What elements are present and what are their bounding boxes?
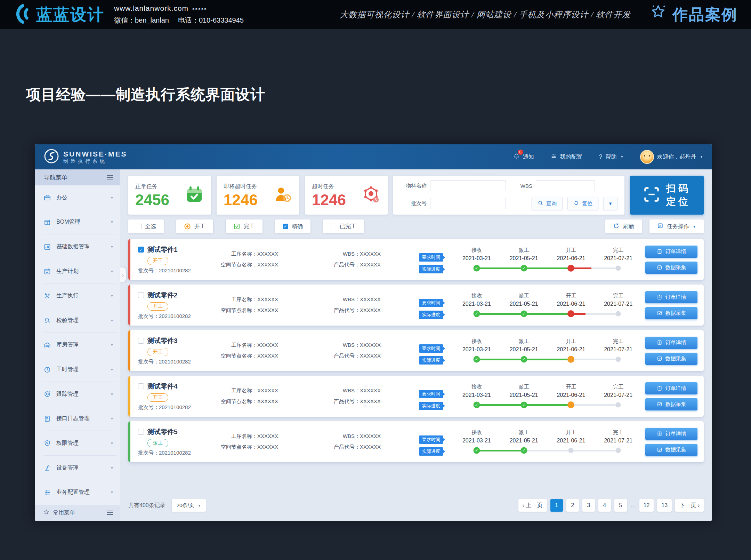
wbs-input[interactable]	[536, 180, 595, 191]
data-collect-button[interactable]: 数据采集	[645, 444, 697, 456]
filter-chip[interactable]: 开工	[176, 219, 213, 233]
sidebar-item[interactable]: 设备管理 ▼	[35, 456, 120, 480]
task-operations-button[interactable]: 任务操作 ▼	[649, 219, 704, 233]
task-card: ✓ 测试零件1 开工 批次号：20210100282 工序名称：XXXXXX空间…	[128, 239, 704, 280]
sidebar-item[interactable]: 检验管理 ▼	[35, 308, 120, 333]
page-button[interactable]: 5	[614, 499, 627, 512]
help-button[interactable]: ? 帮助▼	[599, 153, 623, 161]
stage-label: 开工	[548, 429, 595, 436]
page-title: 项目经验——制造执行系统界面设计	[26, 85, 265, 104]
filter-chip[interactable]: 已完工	[323, 219, 364, 233]
page-size-select[interactable]: 20条/页 ▼	[172, 499, 206, 512]
sidebar-item[interactable]: 权限管理 ▼	[35, 431, 120, 456]
check-dot: ✓	[520, 310, 527, 317]
sidebar-item[interactable]: 办公 ▼	[35, 185, 120, 210]
stage-label: 接收	[453, 247, 500, 254]
page-button[interactable]: 3	[582, 499, 595, 512]
sidebar-item[interactable]: 接口日志管理 ▼	[35, 406, 120, 431]
sidebar-item[interactable]: BOM管理 ▼	[35, 210, 120, 235]
query-button[interactable]: 查询	[532, 197, 563, 210]
sidebar-item[interactable]: 业务配置管理 ▼	[35, 480, 120, 505]
sidebar-item[interactable]: 基础数据管理 ▼	[35, 234, 120, 259]
reset-button[interactable]: 复位	[567, 197, 598, 210]
task-status-badge: 派工	[147, 439, 168, 447]
order-detail-button[interactable]: 订单详情	[645, 337, 697, 349]
task-checkbox[interactable]: ✓	[138, 247, 144, 253]
sidebar-item[interactable]: 工时管理 ▼	[35, 357, 120, 382]
page-button[interactable]: 4	[598, 499, 611, 512]
progress-track: ✓✓	[453, 355, 642, 363]
progress-segment	[477, 313, 524, 315]
filter-chip-label: 全选	[145, 223, 156, 230]
my-config-button[interactable]: 我的配置	[551, 153, 582, 161]
material-input[interactable]	[430, 180, 506, 191]
task-batch-number: 批次号：20210100282	[138, 404, 209, 411]
data-collect-button[interactable]: 数据采集	[645, 398, 697, 410]
task-title: 测试零件1	[147, 245, 178, 254]
stage-label: 接收	[453, 384, 500, 390]
orange-dot	[567, 356, 574, 363]
next-page-button[interactable]: 下一页 ›	[675, 499, 704, 512]
data-collect-button[interactable]: 数据采集	[645, 307, 697, 319]
sidebar-collapse-tab[interactable]: ›	[120, 267, 126, 282]
prev-page-button[interactable]: ‹ 上一页	[518, 499, 547, 512]
notifications-button[interactable]: 6 通知	[513, 153, 534, 161]
scan-locate-button[interactable]: 扫码定位	[630, 176, 704, 215]
menu-collapse-icon[interactable]	[107, 177, 113, 178]
task-ops-icon	[657, 223, 663, 230]
data-collect-button[interactable]: 数据采集	[645, 353, 697, 365]
field-value: XXXXXX	[257, 398, 278, 405]
user-menu[interactable]: 欢迎你，郝丹丹▼	[640, 150, 703, 164]
data-collect-button[interactable]: 数据采集	[645, 262, 697, 274]
brand-subtitle: 制造执行系统	[63, 158, 127, 164]
sidebar-item[interactable]: 生产执行 ▼	[35, 283, 120, 308]
order-detail-button[interactable]: 订单详情	[645, 428, 697, 440]
task-checkbox[interactable]	[138, 383, 144, 389]
page-button[interactable]: 13	[657, 499, 672, 512]
sidebar-item[interactable]: 生产计划 ▼	[35, 259, 120, 284]
field-label: 工序名称：	[213, 342, 257, 349]
field-label: 产品代号：	[329, 444, 360, 450]
check-dot: ✓	[473, 310, 480, 317]
stage-date: 2021-06-21	[548, 346, 595, 353]
order-detail-button[interactable]: 订单详情	[645, 246, 697, 258]
menu-icon	[107, 512, 113, 513]
page-button[interactable]: 1	[550, 499, 563, 512]
sidebar-item[interactable]: 跟踪管理 ▼	[35, 382, 120, 407]
site-header: 蓝蓝设计 www.lanlanwork.com ▸▸▸▸▸ 微信：ben_lan…	[0, 0, 751, 29]
stage-date: 2021-07-21	[595, 255, 642, 262]
field-value: XXXXXX	[257, 251, 278, 257]
filter-chip[interactable]: ✓ 精确	[275, 219, 310, 233]
sidebar-item[interactable]: 库房管理 ▼	[35, 333, 120, 358]
brand-name: SUNWISE·MES	[63, 150, 127, 158]
task-checkbox[interactable]	[138, 429, 144, 435]
task-checkbox[interactable]	[138, 292, 144, 298]
stage-date: 2021-03-21	[453, 346, 500, 353]
task-checkbox[interactable]	[138, 338, 144, 344]
field-label: 空间节点名称：	[213, 398, 257, 405]
refresh-button[interactable]: 刷新	[605, 219, 642, 233]
filter-chip[interactable]: 完工	[226, 219, 263, 233]
field-value: XXXXXX	[360, 342, 381, 349]
stage-date: 2021-05-21	[500, 255, 548, 262]
chevron-down-icon: ▼	[110, 441, 114, 445]
bar-chart-icon	[44, 243, 51, 250]
progress-segment	[477, 404, 524, 406]
field-label: 工序名称：	[213, 387, 257, 394]
expand-search-button[interactable]: ▼	[603, 197, 617, 210]
sidebar-footer[interactable]: 常用菜单	[35, 505, 120, 521]
search-panel: 物料名称 WBS 批次号 查询	[393, 176, 624, 215]
batch-input[interactable]	[430, 198, 506, 209]
chevron-down-icon: ▼	[110, 294, 114, 298]
task-status-badge: 开工	[147, 302, 168, 311]
filter-chip[interactable]: 全选	[128, 219, 164, 233]
page-button[interactable]: 2	[566, 499, 579, 512]
sliders-icon	[44, 489, 51, 496]
records-total: 共有400条记录	[128, 502, 165, 509]
field-value: XXXXXX	[257, 444, 278, 450]
order-detail-button[interactable]: 订单详情	[645, 291, 697, 303]
order-detail-button[interactable]: 订单详情	[645, 382, 697, 394]
field-label: 产品代号：	[329, 307, 360, 314]
page-button[interactable]: 12	[639, 499, 654, 512]
field-value: XXXXXX	[360, 444, 381, 450]
